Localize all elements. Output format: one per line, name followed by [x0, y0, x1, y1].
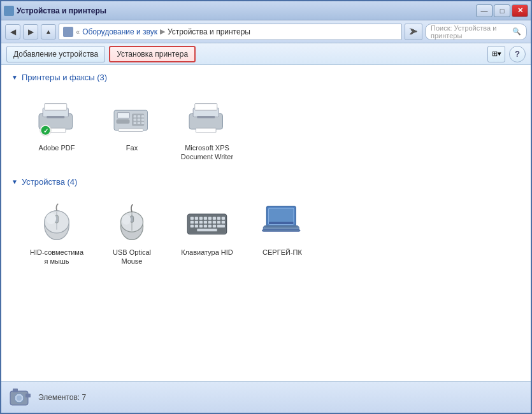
usb-mouse-icon [106, 199, 157, 244]
hid-mouse-label: HID-совместимая мышь [30, 248, 83, 266]
status-camera-icon [9, 386, 32, 409]
devices-collapse-arrow[interactable]: ▼ [11, 178, 18, 185]
window-title: Устройства и принтеры [17, 6, 106, 15]
mouse2-svg [110, 201, 154, 242]
up-button[interactable]: ▲ [41, 24, 56, 39]
svg-rect-2 [45, 103, 67, 110]
svg-rect-59 [208, 225, 212, 227]
breadcrumb-hardware[interactable]: Оборудование и звук [82, 27, 157, 36]
svg-rect-71 [13, 389, 18, 392]
adobe-pdf-label: Adobe PDF [39, 143, 75, 152]
svg-rect-43 [208, 217, 212, 220]
svg-rect-10 [134, 115, 136, 118]
devices-section-title: Устройства (4) [22, 177, 78, 187]
close-button[interactable]: ✕ [512, 4, 528, 17]
devices-grid: HID-совместимая мышь [22, 194, 521, 271]
svg-rect-50 [204, 221, 207, 224]
help-button[interactable]: ? [509, 46, 526, 62]
svg-rect-62 [197, 229, 217, 231]
svg-rect-39 [191, 217, 194, 220]
printers-collapse-arrow[interactable]: ▼ [11, 74, 18, 81]
xps-icon [182, 95, 233, 139]
svg-point-36 [122, 215, 131, 225]
svg-rect-54 [222, 221, 225, 224]
device-fax[interactable]: Fax [97, 90, 167, 167]
svg-rect-17 [138, 122, 140, 124]
devices-section-header: ▼ Устройства (4) [11, 177, 521, 187]
breadcrumb-sep1: « [76, 28, 80, 36]
keyboard-label: Клавиатура HID [181, 248, 233, 257]
printers-section-title: Принтеры и факсы (3) [22, 73, 107, 82]
forward-button[interactable]: ▶ [23, 24, 38, 39]
svg-rect-15 [141, 118, 144, 121]
svg-rect-65 [269, 208, 294, 224]
svg-rect-49 [199, 221, 203, 224]
search-box[interactable]: Поиск: Устройства и принтеры 🔍 [425, 24, 527, 40]
svg-rect-61 [217, 225, 225, 227]
device-keyboard[interactable]: Клавиатура HID [172, 194, 242, 271]
svg-rect-60 [213, 225, 216, 227]
svg-rect-45 [217, 217, 220, 220]
svg-rect-55 [191, 225, 194, 227]
fax-label: Fax [126, 143, 138, 152]
status-bar: Элементов: 7 [1, 381, 531, 413]
printer-check-svg: ✓ [34, 97, 79, 138]
svg-rect-74 [25, 394, 31, 397]
svg-rect-53 [217, 221, 220, 224]
install-printer-button[interactable]: Установка принтера [109, 46, 196, 62]
breadcrumb-icon [63, 27, 73, 37]
svg-rect-58 [204, 225, 207, 227]
xps-svg [185, 97, 229, 138]
fax-icon [106, 95, 157, 139]
svg-rect-26 [197, 115, 215, 118]
address-bar: ◀ ▶ ▲ « Оборудование и звук ▶ Устройства… [1, 20, 531, 43]
fax-svg [110, 97, 154, 138]
title-bar-controls: — □ ✕ [476, 4, 528, 17]
main-content: ▼ Принтеры и факсы (3) [1, 65, 531, 381]
svg-rect-19 [117, 112, 129, 118]
laptop-svg [260, 201, 305, 242]
device-usb-mouse[interactable]: USB OpticalMouse [97, 194, 167, 271]
status-items-count: Элементов: 7 [38, 393, 86, 402]
svg-rect-51 [208, 221, 212, 224]
svg-rect-11 [138, 115, 140, 118]
svg-rect-57 [199, 225, 203, 227]
device-hid-mouse[interactable]: HID-совместимая мышь [22, 194, 92, 271]
svg-rect-46 [222, 217, 225, 220]
usb-mouse-label: USB OpticalMouse [113, 248, 151, 266]
title-bar: Устройства и принтеры — □ ✕ [1, 1, 531, 20]
keyboard-icon-container [182, 199, 233, 244]
breadcrumb-bar: « Оборудование и звук ▶ Устройства и при… [59, 24, 402, 40]
svg-rect-69 [262, 230, 301, 232]
svg-rect-68 [264, 225, 298, 228]
laptop-icon-container [257, 199, 308, 244]
svg-rect-48 [195, 221, 198, 224]
svg-rect-52 [213, 221, 216, 224]
main-window: Устройства и принтеры — □ ✕ ◀ ▶ ▲ « Обор… [0, 0, 532, 414]
laptop-label: СЕРГЕЙ-ПК [262, 248, 302, 257]
xps-label: Microsoft XPSDocument Writer [181, 143, 233, 162]
svg-rect-40 [195, 217, 198, 220]
device-xps[interactable]: Microsoft XPSDocument Writer [172, 90, 242, 167]
title-bar-left: Устройства и принтеры [4, 6, 106, 16]
svg-rect-21 [119, 129, 143, 131]
minimize-button[interactable]: — [476, 4, 492, 17]
go-button[interactable]: ⮞ [405, 24, 422, 40]
svg-rect-18 [141, 122, 144, 124]
device-laptop[interactable]: СЕРГЕЙ-ПК [247, 194, 317, 271]
maximize-button[interactable]: □ [494, 4, 510, 17]
svg-rect-20 [117, 119, 130, 124]
search-icon: 🔍 [512, 27, 521, 36]
svg-rect-4 [47, 115, 64, 118]
svg-rect-25 [196, 128, 217, 132]
back-button[interactable]: ◀ [5, 24, 20, 39]
breadcrumb-current: Устройства и принтеры [168, 27, 250, 36]
device-adobe-pdf[interactable]: ✓ Adobe PDF [22, 90, 92, 167]
breadcrumb-sep2: ▶ [160, 27, 165, 36]
svg-rect-24 [195, 103, 217, 110]
svg-rect-12 [141, 115, 144, 118]
view-button[interactable]: ⊞▾ [487, 46, 505, 62]
add-device-button[interactable]: Добавление устройства [6, 46, 105, 62]
printers-section-header: ▼ Принтеры и факсы (3) [11, 73, 521, 82]
search-placeholder: Поиск: Устройства и принтеры [431, 24, 510, 39]
